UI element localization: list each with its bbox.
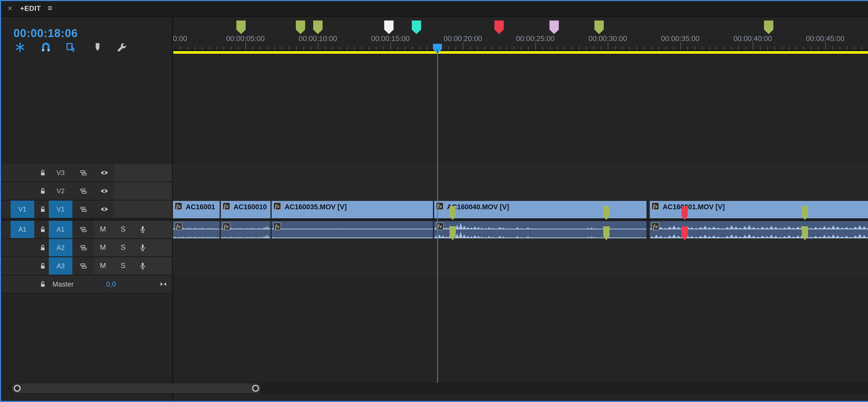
sequence-marker-white[interactable] bbox=[384, 21, 394, 34]
sequence-marker-olive[interactable] bbox=[313, 21, 322, 34]
panel-menu-icon[interactable]: ≡ bbox=[48, 3, 53, 13]
ruler-tick bbox=[803, 47, 804, 50]
sequence-marker-olive[interactable] bbox=[594, 21, 604, 34]
lock-icon[interactable] bbox=[38, 225, 47, 234]
lock-icon[interactable] bbox=[38, 205, 47, 213]
work-area-bar[interactable] bbox=[173, 51, 868, 54]
fx-badge: fx bbox=[222, 223, 230, 230]
clip-name: AC160035.MOV [V] bbox=[284, 203, 347, 211]
fx-badge: fx bbox=[273, 223, 281, 230]
track-header-v2[interactable]: V2 bbox=[2, 182, 172, 201]
track-target-a2[interactable]: A2 bbox=[49, 239, 72, 256]
time-ruler[interactable]: 00:00:0000:00:05:0000:00:10:0000:00:15:0… bbox=[173, 17, 868, 54]
ruler-label: 00:00:15:00 bbox=[371, 34, 410, 43]
video-clip[interactable]: fxAC16001 bbox=[173, 201, 220, 218]
video-clip[interactable]: fxAC160010 bbox=[221, 201, 271, 218]
sync-lock-icon[interactable] bbox=[79, 225, 88, 234]
height-toggle-icon[interactable] bbox=[159, 280, 167, 288]
track-target-v3[interactable]: V3 bbox=[49, 164, 72, 181]
mute-button[interactable]: M bbox=[99, 261, 107, 270]
nest-icon[interactable] bbox=[14, 42, 26, 53]
ruler-tick bbox=[629, 47, 630, 50]
ruler-tick bbox=[615, 47, 616, 50]
lock-icon[interactable] bbox=[38, 187, 47, 195]
track-target-a1[interactable]: A1 bbox=[49, 221, 72, 238]
sync-lock-icon[interactable] bbox=[79, 243, 88, 252]
track-header-a3[interactable]: A3MS bbox=[2, 257, 172, 276]
timeline-lane-a3[interactable] bbox=[173, 257, 868, 276]
sync-lock-icon[interactable] bbox=[79, 187, 88, 195]
solo-button[interactable]: S bbox=[119, 225, 127, 233]
ruler-label: 00:00:25:00 bbox=[516, 34, 555, 43]
sequence-marker-olive[interactable] bbox=[296, 21, 305, 34]
sequence-marker-lavender[interactable] bbox=[550, 21, 559, 34]
snap-icon[interactable] bbox=[40, 42, 51, 53]
track-header-v3[interactable]: V3 bbox=[2, 164, 172, 182]
mute-button[interactable]: M bbox=[99, 225, 107, 233]
horizontal-scrollbar[interactable] bbox=[8, 383, 868, 394]
ruler-tick bbox=[289, 47, 289, 50]
audio-clip[interactable]: fx bbox=[434, 221, 647, 238]
sync-lock-icon[interactable] bbox=[79, 169, 88, 177]
playhead-line[interactable] bbox=[437, 53, 438, 383]
sequence-marker-olive[interactable] bbox=[236, 21, 246, 34]
timeline-lane-v3[interactable] bbox=[173, 164, 868, 182]
ruler-tick bbox=[840, 47, 840, 50]
eye-icon[interactable] bbox=[100, 205, 108, 213]
ruler-tick bbox=[499, 47, 500, 50]
lock-icon[interactable] bbox=[38, 243, 47, 252]
sync-lock-icon[interactable] bbox=[79, 262, 88, 270]
source-patch-a1[interactable]: A1 bbox=[10, 221, 34, 238]
lock-icon[interactable] bbox=[38, 262, 47, 270]
track-header-a1[interactable]: A1A1MS bbox=[2, 221, 172, 239]
sequence-tab[interactable]: +EDIT bbox=[20, 4, 41, 12]
track-header-master[interactable]: Master0,0 bbox=[2, 276, 172, 294]
source-patch-v1[interactable]: V1 bbox=[10, 201, 34, 218]
mic-icon[interactable] bbox=[138, 243, 147, 252]
horizontal-scroll-thumb[interactable] bbox=[12, 383, 261, 393]
video-clip[interactable]: fxAC160035.MOV [V] bbox=[272, 201, 434, 218]
audio-clip[interactable]: fx bbox=[221, 221, 271, 238]
mic-icon[interactable] bbox=[138, 225, 147, 234]
audio-clip[interactable]: fx bbox=[173, 221, 220, 238]
track-header-a2[interactable]: A2MS bbox=[2, 239, 172, 257]
sync-lock-icon[interactable] bbox=[79, 205, 88, 213]
track-target-a3[interactable]: A3 bbox=[49, 257, 72, 275]
lock-icon[interactable] bbox=[38, 169, 47, 177]
master-gain-value[interactable]: 0,0 bbox=[106, 280, 116, 288]
eye-icon[interactable] bbox=[100, 187, 108, 195]
ruler-tick bbox=[260, 47, 260, 50]
solo-button[interactable]: S bbox=[119, 243, 127, 252]
sequence-marker-teal[interactable] bbox=[412, 21, 421, 34]
track-header-v1[interactable]: V1V1 bbox=[2, 201, 172, 219]
playhead-head[interactable] bbox=[433, 44, 442, 54]
linked-selection-icon[interactable] bbox=[66, 42, 77, 53]
video-clip[interactable]: fxAC160040.MOV [V] bbox=[434, 201, 647, 218]
ruler-tick bbox=[275, 47, 275, 50]
eye-icon[interactable] bbox=[100, 169, 108, 177]
ruler-tick bbox=[354, 47, 355, 50]
lock-icon[interactable] bbox=[38, 280, 47, 288]
ruler-tick bbox=[383, 47, 384, 50]
track-target-v1[interactable]: V1 bbox=[49, 201, 72, 218]
timeline-settings-icon[interactable] bbox=[116, 42, 127, 53]
add-marker-icon[interactable] bbox=[92, 42, 103, 53]
ruler-tick bbox=[180, 47, 181, 50]
timeline-lane-a2[interactable] bbox=[173, 239, 868, 257]
track-target-v2[interactable]: V2 bbox=[49, 182, 72, 200]
fx-badge: fx bbox=[273, 202, 281, 210]
panel-close-icon[interactable]: × bbox=[8, 3, 12, 13]
playhead-timecode[interactable]: 00:00:18:06 bbox=[13, 27, 78, 39]
sequence-marker-olive[interactable] bbox=[764, 21, 773, 34]
ruler-label: 00:00:40:00 bbox=[734, 34, 772, 43]
solo-button[interactable]: S bbox=[119, 261, 127, 270]
timeline-lane-v2[interactable] bbox=[173, 182, 868, 201]
ruler-tick bbox=[542, 47, 543, 50]
ruler-tick bbox=[340, 47, 340, 50]
ruler-tick bbox=[253, 47, 253, 50]
sequence-marker-red[interactable] bbox=[494, 21, 504, 34]
mute-button[interactable]: M bbox=[99, 243, 107, 252]
ruler-tick bbox=[695, 47, 695, 50]
mic-icon[interactable] bbox=[138, 262, 147, 270]
audio-clip[interactable]: fx bbox=[272, 221, 434, 238]
